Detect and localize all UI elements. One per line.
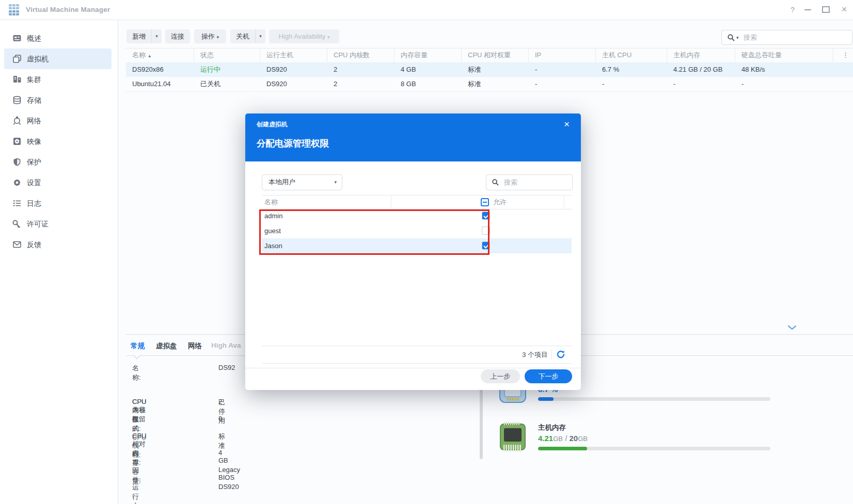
allow-column-header[interactable]: 允许 [493, 196, 507, 209]
field-value: DS920 [218, 483, 239, 491]
caret-down-icon: ▾ [327, 35, 330, 40]
column-header-cpu-cores[interactable]: CPU 内核数 [327, 48, 394, 62]
column-header-name[interactable]: 名称 ▲ [126, 48, 194, 62]
tab-virtual-disk[interactable]: 虚拟盘 [156, 342, 177, 351]
sidebar-item-overview[interactable]: 概述 [4, 28, 112, 48]
vm-ip: - [529, 77, 596, 91]
vm-status: 运行中 [194, 62, 260, 77]
allow-checkbox[interactable] [482, 241, 490, 250]
sidebar-item-log[interactable]: 日志 [4, 193, 112, 214]
user-row-jason[interactable]: Jason [262, 238, 572, 253]
dialog-close-icon[interactable]: × [564, 119, 570, 130]
vm-table-row[interactable]: DS920x86 运行中 DS920 2 4 GB 标准 - 6.7 % 4.2… [126, 62, 853, 77]
sidebar-item-label: 设置 [27, 178, 41, 187]
allow-checkbox[interactable] [482, 212, 490, 220]
user-row-admin[interactable]: admin [262, 208, 572, 223]
column-header-memory[interactable]: 内存容量 [394, 48, 462, 62]
sidebar-item-network[interactable]: 网络 [4, 110, 112, 131]
vm-cpu-weight: 标准 [462, 62, 529, 77]
column-header-cpu-weight[interactable]: CPU 相对权重 [462, 48, 529, 62]
sidebar-item-virtual-machine[interactable]: 虚拟机 [4, 48, 112, 69]
dialog-header: 创建虚拟机 分配电源管理权限 × [245, 113, 581, 161]
sidebar-item-settings[interactable]: 设置 [4, 172, 112, 193]
host-cpu-progressbar [538, 397, 770, 401]
gear-icon [12, 178, 22, 187]
user-name-column-header[interactable]: 名称 [264, 196, 278, 209]
sort-asc-icon: ▲ [148, 54, 152, 58]
sidebar-item-license[interactable]: 许可证 [4, 214, 112, 234]
vm-search-input[interactable] [743, 31, 848, 43]
shutdown-button[interactable]: 关机 [230, 29, 255, 43]
sidebar-item-label: 概述 [27, 34, 41, 43]
create-button[interactable]: 新增 [127, 29, 151, 43]
column-header-ip[interactable]: IP [529, 48, 596, 62]
column-header-host-memory[interactable]: 主机内存 [667, 48, 735, 62]
tab-general[interactable]: 常规 [131, 342, 145, 351]
field-label: 运行主机: [132, 483, 141, 504]
cluster-icon [12, 75, 22, 84]
sidebar-item-feedback[interactable]: 反馈 [4, 234, 112, 255]
host-memory-usage: 4.21GB / 20GB [538, 434, 588, 443]
select-all-checkbox[interactable] [481, 198, 489, 206]
field-value: 4 GB [218, 449, 228, 464]
column-header-status[interactable]: 状态 [194, 48, 260, 62]
action-button[interactable]: 操作 ▾ [194, 29, 226, 43]
sidebar-item-label: 日志 [27, 199, 41, 208]
key-icon [12, 219, 22, 229]
host-memory-title: 主机内存 [538, 423, 566, 432]
field-value: 标准 [218, 432, 225, 450]
overview-icon [12, 34, 22, 43]
help-icon[interactable]: ? [788, 5, 797, 14]
storage-icon [12, 95, 22, 105]
vm-host: DS920 [260, 62, 327, 77]
virtual-machine-icon [12, 54, 22, 63]
connect-button[interactable]: 连接 [165, 29, 190, 43]
vm-cpu-weight: 标准 [462, 77, 529, 91]
vm-search-box: ▾ [721, 30, 852, 45]
sidebar-item-label: 网络 [27, 116, 41, 125]
host-memory-progressbar [538, 447, 770, 450]
column-header-host[interactable]: 运行主机 [260, 48, 327, 62]
high-availability-button: High Availability ▾ [269, 29, 339, 43]
create-dropdown-caret-icon[interactable]: ▾ [151, 29, 162, 43]
back-button[interactable]: 上一步 [481, 369, 520, 383]
vm-status: 已关机 [194, 77, 260, 91]
vmm-window: Virtual Machine Manager ? × 概述 虚拟机 集群 存储… [0, 0, 853, 504]
vm-cpu-cores: 2 [327, 77, 394, 91]
sidebar-item-cluster[interactable]: 集群 [4, 69, 112, 90]
allow-checkbox[interactable] [482, 226, 490, 235]
search-filter-caret-icon[interactable]: ▾ [736, 35, 739, 40]
column-overflow-icon[interactable]: ⋮ [833, 48, 853, 62]
user-row-guest[interactable]: guest [262, 223, 572, 238]
user-search-input[interactable] [503, 176, 570, 188]
minimize-icon[interactable] [804, 9, 811, 10]
caret-down-icon: ▾ [217, 35, 219, 40]
sidebar-item-image[interactable]: 映像 [4, 131, 112, 152]
vm-memory: 8 GB [394, 77, 462, 91]
network-icon [12, 116, 22, 125]
close-icon[interactable]: × [840, 5, 849, 14]
vm-host-cpu: 6.7 % [596, 62, 667, 77]
vm-ip: - [529, 62, 596, 77]
titlebar: Virtual Machine Manager ? × [0, 0, 853, 20]
user-type-dropdown[interactable]: 本地用户 ▾ [262, 174, 342, 190]
tab-high-availability: High Ava [211, 342, 241, 349]
sidebar-item-protection[interactable]: 保护 [4, 152, 112, 172]
search-icon[interactable] [727, 34, 735, 42]
item-count-label: 3 个项目 [522, 350, 548, 360]
vm-cpu-cores: 2 [327, 62, 394, 77]
vm-host-cpu: - [596, 77, 667, 91]
maximize-icon[interactable] [822, 6, 830, 13]
refresh-icon[interactable] [556, 350, 565, 359]
shutdown-dropdown-caret-icon[interactable]: ▾ [255, 29, 265, 43]
next-button[interactable]: 下一步 [525, 369, 572, 383]
user-type-selected: 本地用户 [268, 175, 295, 189]
column-header-host-cpu[interactable]: 主机 CPU [596, 48, 667, 62]
tab-network[interactable]: 网络 [188, 342, 202, 351]
vm-table-row[interactable]: Ubuntu21.04 已关机 DS920 2 8 GB 标准 - - - - [126, 77, 853, 92]
column-header-disk-throughput[interactable]: 硬盘总吞吐量 [735, 48, 833, 62]
sidebar-item-storage[interactable]: 存储 [4, 90, 112, 110]
collapse-details-chevron-icon[interactable] [787, 324, 797, 332]
sidebar-item-label: 许可证 [27, 219, 49, 229]
field-label: 名称: [132, 364, 141, 382]
